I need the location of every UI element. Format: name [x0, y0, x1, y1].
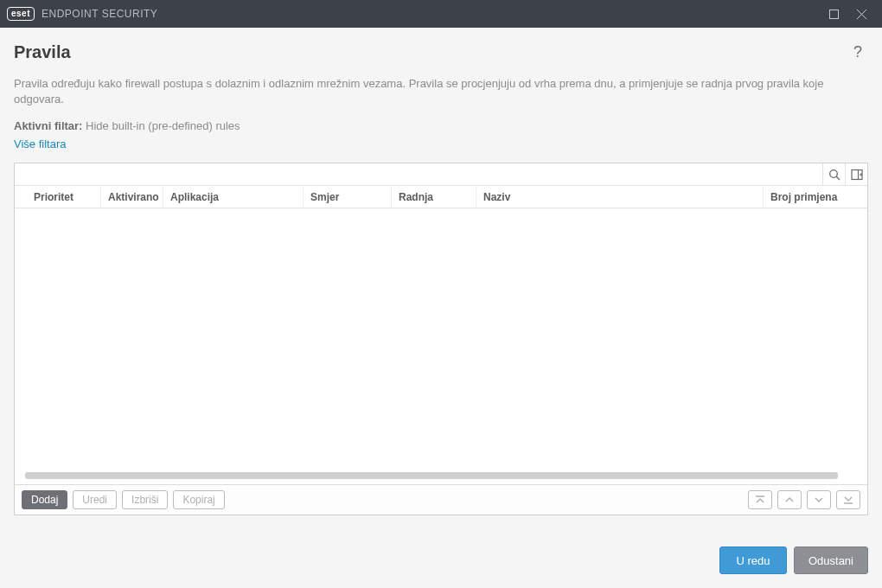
page-heading-row: Pravila ? — [14, 42, 868, 62]
svg-point-3 — [829, 170, 837, 178]
move-up-button[interactable] — [777, 490, 802, 509]
horizontal-scrollbar[interactable] — [25, 472, 857, 479]
app-title: ENDPOINT SECURITY — [42, 8, 157, 20]
svg-rect-0 — [829, 10, 838, 18]
table-header: Prioritet Aktivirano Aplikacija Smjer Ra… — [15, 186, 867, 208]
more-filters-link[interactable]: Više filtara — [14, 137, 868, 150]
maximize-icon — [829, 10, 839, 19]
column-header-direction[interactable]: Smjer — [304, 186, 392, 208]
dialog-footer: U redu Odustani — [0, 529, 882, 588]
cancel-button[interactable]: Odustani — [794, 546, 868, 574]
move-down-button[interactable] — [807, 490, 831, 509]
help-button[interactable]: ? — [847, 42, 868, 62]
move-bottom-button[interactable] — [836, 490, 860, 509]
column-header-activated[interactable]: Aktivirano — [101, 186, 163, 208]
edit-button[interactable]: Uredi — [73, 490, 117, 509]
active-filter-row: Aktivni filtar: Hide built-in (pre-defin… — [14, 119, 868, 132]
ok-button[interactable]: U redu — [719, 546, 787, 574]
column-header-count[interactable]: Broj primjena — [764, 186, 867, 208]
svg-line-4 — [836, 176, 840, 180]
filter-strip — [15, 163, 867, 186]
close-icon — [857, 10, 866, 19]
column-header-name[interactable]: Naziv — [476, 186, 764, 208]
horizontal-scrollbar-thumb[interactable] — [25, 472, 838, 479]
filter-input[interactable] — [15, 163, 822, 185]
add-button[interactable]: Dodaj — [22, 490, 67, 509]
active-filter-label: Aktivni filtar: — [14, 119, 82, 132]
columns-button[interactable] — [845, 163, 867, 185]
search-icon — [828, 169, 840, 181]
titlebar: eset ENDPOINT SECURITY — [0, 0, 882, 28]
chevron-bottom-icon — [842, 495, 854, 505]
content-area: Pravila ? Pravila određuju kako firewall… — [0, 28, 882, 529]
chevron-up-icon — [783, 495, 796, 505]
window-close-button[interactable] — [847, 0, 875, 28]
columns-icon — [851, 169, 863, 181]
brand-logo: eset — [7, 7, 35, 21]
window-maximize-button[interactable] — [820, 0, 847, 28]
move-top-button[interactable] — [748, 490, 772, 509]
chevron-down-icon — [813, 495, 825, 505]
delete-button[interactable]: Izbriši — [122, 490, 168, 509]
search-button[interactable] — [822, 163, 845, 185]
page-title: Pravila — [14, 42, 71, 62]
rules-panel: Prioritet Aktivirano Aplikacija Smjer Ra… — [14, 163, 868, 515]
column-header-action[interactable]: Radnja — [392, 186, 476, 208]
column-header-app[interactable]: Aplikacija — [163, 186, 304, 208]
panel-actions: Dodaj Uredi Izbriši Kopiraj — [15, 484, 867, 514]
copy-button[interactable]: Kopiraj — [173, 490, 224, 509]
column-header-priority[interactable]: Prioritet — [15, 186, 101, 208]
page-description: Pravila određuju kako firewall postupa s… — [14, 76, 868, 107]
table-body — [15, 208, 867, 484]
chevron-top-icon — [754, 495, 766, 505]
help-icon: ? — [853, 43, 862, 61]
active-filter-value: Hide built-in (pre-defined) rules — [86, 119, 240, 132]
